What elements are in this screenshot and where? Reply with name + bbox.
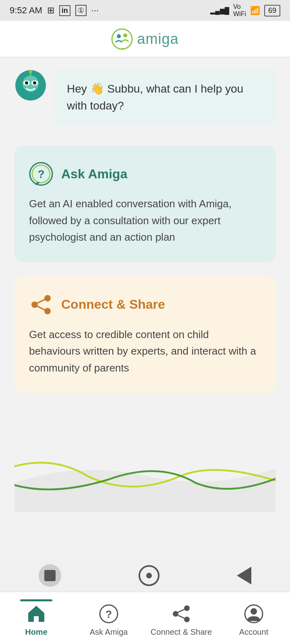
- home-system-icon[interactable]: [139, 565, 160, 586]
- wifi-icon: 📶: [250, 6, 260, 15]
- svg-text:?: ?: [106, 608, 112, 620]
- svg-point-10: [29, 70, 32, 73]
- recents-icon[interactable]: [39, 564, 61, 587]
- dots-icon: ···: [91, 5, 99, 16]
- app-logo: amiga: [111, 28, 178, 50]
- ask-amiga-body: Get an AI enabled conversation with Amig…: [29, 196, 261, 246]
- nav-label-home: Home: [25, 627, 48, 637]
- chat-greeting: Hey 👋 Subbu, what can I help you with to…: [67, 83, 243, 112]
- nav-item-connect-share[interactable]: Connect & Share: [145, 599, 218, 637]
- main-content: Hey 👋 Subbu, what can I help you with to…: [0, 57, 290, 580]
- home-button[interactable]: [139, 565, 160, 586]
- connect-share-card[interactable]: Connect & Share Get access to credible c…: [14, 277, 276, 393]
- nav-item-home[interactable]: Home: [0, 599, 72, 637]
- app-name: amiga: [137, 31, 178, 47]
- connect-share-body: Get access to credible content on child …: [29, 326, 261, 377]
- status-bar: 9:52 AM ⊞ in ① ··· ▂▄▆█ VoWiFi 📶 69: [0, 0, 290, 21]
- bottom-nav: Home ? Ask Amiga Connect & Share Account: [0, 592, 290, 644]
- svg-line-25: [178, 615, 184, 618]
- account-nav-icon: [243, 603, 264, 624]
- svg-line-18: [37, 306, 45, 310]
- svg-point-21: [173, 611, 178, 617]
- home-nav-icon: [26, 603, 47, 624]
- time-display: 9:52 AM: [10, 5, 42, 16]
- ask-amiga-card-header: ? Ask Amiga: [29, 162, 261, 186]
- svg-point-15: [44, 295, 51, 301]
- wave-decoration: [14, 418, 276, 512]
- connect-share-card-icon: [29, 293, 53, 317]
- status-right: ▂▄▆█ VoWiFi 📶 69: [210, 3, 280, 18]
- ask-amiga-card[interactable]: ? Ask Amiga Get an AI enabled conversati…: [14, 146, 276, 262]
- signal-icon: ▂▄▆█: [210, 7, 229, 14]
- svg-point-0: [112, 29, 132, 49]
- nav-label-connect-share: Connect & Share: [151, 627, 212, 637]
- ask-amiga-nav-icon: ?: [98, 603, 119, 624]
- svg-point-8: [33, 81, 36, 85]
- nav-label-ask-amiga: Ask Amiga: [90, 627, 128, 637]
- ask-amiga-title: Ask Amiga: [61, 167, 127, 182]
- svg-point-7: [25, 81, 28, 85]
- system-nav-bar: [0, 559, 290, 592]
- svg-text:?: ?: [37, 168, 44, 180]
- back-arrow-icon[interactable]: [237, 567, 251, 584]
- svg-point-14: [31, 301, 38, 308]
- chat-row: Hey 👋 Subbu, what can I help you with to…: [14, 69, 276, 126]
- svg-point-16: [44, 308, 51, 314]
- svg-point-1: [117, 34, 121, 38]
- svg-line-17: [37, 299, 45, 303]
- connect-share-nav-icon: [171, 603, 192, 624]
- connect-share-card-header: Connect & Share: [29, 293, 261, 317]
- amiga-logo-icon: [111, 28, 133, 50]
- linkedin-icon: in: [59, 5, 70, 16]
- nav-active-indicator: [20, 599, 52, 601]
- svg-point-23: [184, 617, 190, 622]
- back-button[interactable]: [237, 567, 251, 584]
- battery-display: 69: [264, 5, 280, 17]
- vo-wifi-label: VoWiFi: [233, 3, 246, 18]
- svg-point-2: [123, 33, 127, 37]
- status-left: 9:52 AM ⊞ in ① ···: [10, 5, 99, 16]
- nav-item-account[interactable]: Account: [218, 599, 290, 637]
- chat-bubble: Hey 👋 Subbu, what can I help you with to…: [55, 69, 276, 126]
- svg-point-22: [184, 605, 190, 611]
- bot-avatar: [14, 69, 47, 103]
- svg-point-27: [251, 608, 257, 615]
- notification-badge: ①: [75, 5, 87, 16]
- notification-icon: ⊞: [47, 5, 54, 16]
- svg-line-24: [178, 609, 184, 612]
- connect-share-title: Connect & Share: [61, 297, 165, 312]
- nav-label-account: Account: [239, 627, 268, 637]
- nav-item-ask-amiga[interactable]: ? Ask Amiga: [72, 599, 145, 637]
- ask-amiga-card-icon: ?: [29, 162, 53, 186]
- recents-button[interactable]: [39, 564, 61, 587]
- app-header: amiga: [0, 21, 290, 57]
- wave-area: [14, 407, 276, 512]
